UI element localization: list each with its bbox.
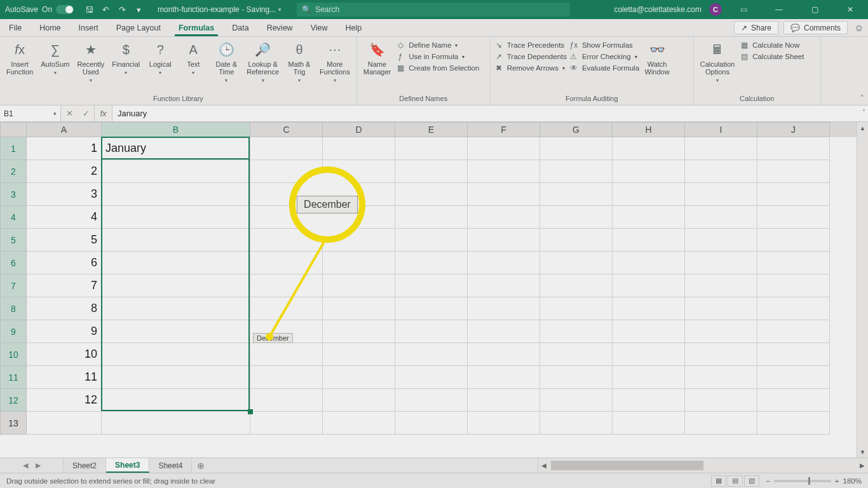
cell-C12[interactable] [250,389,323,412]
cell-I7[interactable] [685,274,757,297]
cell-A12[interactable]: 12 [27,389,102,412]
cell-G3[interactable] [540,183,613,206]
create-from-selection-button[interactable]: ▦Create from Selection [396,64,479,72]
sheet-tab-sheet4[interactable]: Sheet4 [149,458,192,473]
lookup-ref-button[interactable]: 🔎Lookup & Reference▾ [244,38,281,83]
cell-B4[interactable] [102,206,250,229]
cell-E12[interactable] [395,389,468,412]
cell-G12[interactable] [540,389,613,412]
cell-F2[interactable] [468,160,540,183]
cell-F5[interactable] [468,229,540,252]
cell-H13[interactable] [613,412,685,435]
tab-help[interactable]: Help [337,19,371,36]
cell-G4[interactable] [540,206,613,229]
column-header-h[interactable]: H [613,122,685,137]
calculate-now-button[interactable]: ▦Calculate Now [740,41,804,50]
scroll-right-icon[interactable]: ▶ [857,458,868,473]
column-header-i[interactable]: I [685,122,757,137]
user-avatar[interactable]: C [709,3,722,16]
cell-H7[interactable] [613,274,685,297]
undo-icon[interactable]: ↶ [100,4,111,15]
cell-D11[interactable] [323,366,395,389]
row-header-5[interactable]: 5 [0,229,27,252]
cell-B10[interactable] [102,343,250,366]
comments-button[interactable]: 💬Comments [783,21,848,34]
cell-I10[interactable] [685,343,757,366]
sheet-tab-sheet3[interactable]: Sheet3 [106,458,149,473]
cell-H10[interactable] [613,343,685,366]
cell-F8[interactable] [468,297,540,320]
zoom-out-icon[interactable]: − [766,477,770,485]
cell-J3[interactable] [757,183,830,206]
cell-A13[interactable] [27,412,102,435]
row-header-11[interactable]: 11 [0,366,27,389]
cell-E8[interactable] [395,297,468,320]
calc-options-button[interactable]: 🖩Calculation Options▾ [698,38,737,83]
cell-I8[interactable] [685,297,757,320]
cell-B8[interactable] [102,297,250,320]
cell-J13[interactable] [757,412,830,435]
sheet-nav-left-icon[interactable]: ◀ [23,461,28,470]
text-button[interactable]: AText▾ [178,38,208,76]
row-header-9[interactable]: 9 [0,320,27,343]
cell-E2[interactable] [395,160,468,183]
logical-button[interactable]: ?Logical▾ [145,38,175,76]
cell-F10[interactable] [468,343,540,366]
ribbon-display-icon[interactable]: ▭ [729,0,757,19]
recently-used-button[interactable]: ★Recently Used▾ [74,38,107,83]
cell-G9[interactable] [540,320,613,343]
normal-view-icon[interactable]: ▦ [711,475,726,487]
tab-insert[interactable]: Insert [70,19,107,36]
row-header-12[interactable]: 12 [0,389,27,412]
scroll-up-icon[interactable]: ▲ [857,122,868,133]
cell-H6[interactable] [613,252,685,274]
horizontal-scrollbar[interactable]: ◀ ▶ [538,458,868,473]
tab-file[interactable]: File [0,19,31,36]
cancel-entry-icon[interactable]: ✕ [61,109,78,118]
cell-J10[interactable] [757,343,830,366]
user-email[interactable]: coletta@colettateske.com [614,5,702,14]
cell-J7[interactable] [757,274,830,297]
cell-E4[interactable] [395,206,468,229]
cell-F3[interactable] [468,183,540,206]
cell-C10[interactable] [250,343,323,366]
cell-I13[interactable] [685,412,757,435]
cell-D6[interactable] [323,252,395,274]
cell-B9[interactable] [102,320,250,343]
cell-A6[interactable]: 6 [27,252,102,274]
redo-icon[interactable]: ↷ [117,4,127,15]
cell-I11[interactable] [685,366,757,389]
date-time-button[interactable]: 🕒Date & Time▾ [211,38,241,83]
cell-D13[interactable] [323,412,395,435]
define-name-button[interactable]: ◇Define Name▾ [396,41,479,50]
cell-C7[interactable] [250,274,323,297]
cell-G1[interactable] [540,137,613,160]
cell-G5[interactable] [540,229,613,252]
qat-dropdown-icon[interactable]: ▾ [133,4,144,15]
tab-review[interactable]: Review [258,19,302,36]
cell-I4[interactable] [685,206,757,229]
cell-E3[interactable] [395,183,468,206]
cell-J4[interactable] [757,206,830,229]
cell-B7[interactable] [102,274,250,297]
fx-button[interactable]: fx [95,105,112,121]
cell-H11[interactable] [613,366,685,389]
name-box[interactable]: B1▾ [0,105,61,121]
sheet-nav[interactable]: ◀▶ [0,458,64,473]
cell-D1[interactable] [323,137,395,160]
tab-home[interactable]: Home [31,19,69,36]
cell-H12[interactable] [613,389,685,412]
column-header-c[interactable]: C [250,122,323,137]
cell-D7[interactable] [323,274,395,297]
cell-A9[interactable]: 9 [27,320,102,343]
page-break-view-icon[interactable]: ▧ [744,475,759,487]
trace-precedents-button[interactable]: ↘Trace Precedents [494,41,567,50]
cell-G6[interactable] [540,252,613,274]
zoom-control[interactable]: − + 180% [766,477,868,485]
cell-B1[interactable]: January [102,137,250,160]
cell-E13[interactable] [395,412,468,435]
cell-E1[interactable] [395,137,468,160]
cell-E5[interactable] [395,229,468,252]
zoom-in-icon[interactable]: + [835,477,839,485]
cell-J11[interactable] [757,366,830,389]
